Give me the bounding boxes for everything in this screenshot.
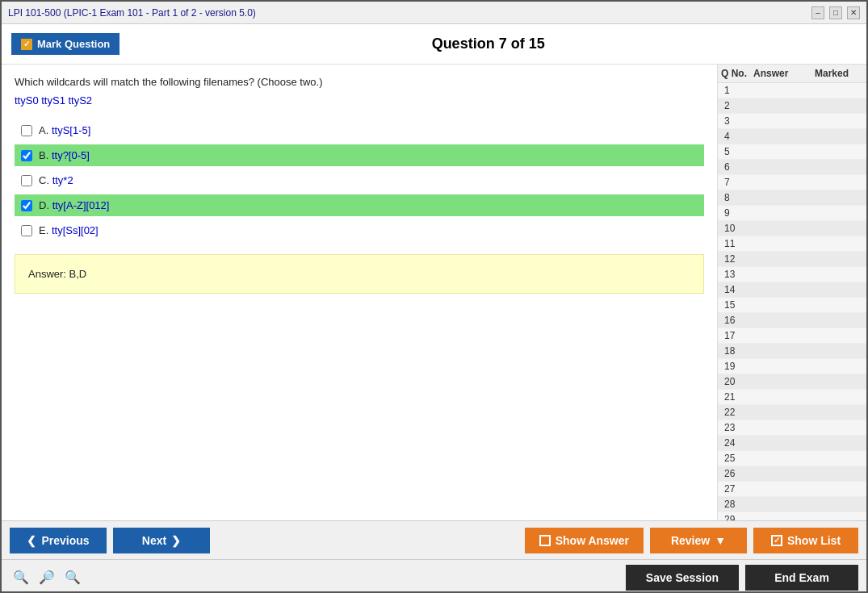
sidebar-answer-9 [753,207,815,219]
answer-option-e[interactable]: E. tty[Ss][02] [15,219,704,241]
sidebar-row-23[interactable]: 23 [718,420,866,436]
sidebar-row-10[interactable]: 10 [718,221,866,236]
sidebar-marked-8 [815,192,863,203]
mark-question-button[interactable]: ✓ Mark Question [11,33,120,55]
answer-text: Answer: B,D [28,268,86,280]
sidebar-qnum-28: 28 [721,499,753,510]
sidebar-row-8[interactable]: 8 [718,190,866,206]
sidebar-row-24[interactable]: 24 [718,436,866,451]
sidebar-qnum-6: 6 [721,161,753,173]
option-checkbox-4[interactable] [21,225,32,236]
prev-label: Previous [41,534,89,547]
sidebar-row-11[interactable]: 11 [718,236,866,252]
sidebar-row-29[interactable]: 29 [718,512,866,520]
save-session-button[interactable]: Save Session [626,565,739,591]
sidebar-answer-2 [753,100,815,111]
sidebar-answer-8 [753,192,815,203]
sidebar-row-2[interactable]: 2 [718,98,866,114]
sidebar-row-7[interactable]: 7 [718,175,866,190]
close-button[interactable]: ✕ [847,6,860,19]
answer-option-a[interactable]: A. ttyS[1-5] [15,119,704,141]
sidebar-answer-28 [753,499,815,510]
sidebar-qno-header: Q No. [721,68,753,79]
sidebar-row-3[interactable]: 3 [718,114,866,129]
sidebar-qnum-11: 11 [721,238,753,249]
sidebar-marked-18 [815,345,863,357]
sidebar-answer-27 [753,483,815,495]
review-button[interactable]: Review ▼ [650,528,747,553]
zoom-in-button[interactable]: 🔍 [61,568,84,587]
sidebar-marked-27 [815,483,863,495]
sidebar-row-21[interactable]: 21 [718,390,866,405]
sidebar-row-20[interactable]: 20 [718,374,866,390]
sidebar-qnum-5: 5 [721,146,753,157]
sidebar-marked-4 [815,131,863,142]
option-checkbox-0[interactable] [21,125,32,136]
sidebar-row-14[interactable]: 14 [718,282,866,298]
sidebar-row-28[interactable]: 28 [718,497,866,512]
sidebar-answer-6 [753,161,815,173]
sidebar-marked-19 [815,361,863,372]
maximize-button[interactable]: □ [829,6,842,19]
sidebar-row-18[interactable]: 18 [718,344,866,359]
sidebar-row-19[interactable]: 19 [718,359,866,374]
sidebar-row-4[interactable]: 4 [718,129,866,144]
sidebar-marked-29 [815,514,863,520]
option-text-1: B. tty?[0-5] [39,149,90,161]
sidebar-row-17[interactable]: 17 [718,328,866,344]
sidebar-row-27[interactable]: 27 [718,482,866,497]
sidebar-answer-14 [753,284,815,295]
sidebar-qnum-7: 7 [721,177,753,188]
sidebar-answer-26 [753,468,815,479]
sidebar-answer-22 [753,407,815,418]
answer-option-d[interactable]: D. tty[A-Z][012] [15,194,704,216]
sidebar-row-1[interactable]: 1 [718,83,866,98]
sidebar-marked-26 [815,468,863,479]
sidebar-marked-17 [815,330,863,341]
sidebar-marked-14 [815,284,863,295]
sidebar-row-25[interactable]: 25 [718,451,866,466]
sidebar-answer-7 [753,177,815,188]
end-exam-button[interactable]: End Exam [745,565,858,591]
sidebar-row-15[interactable]: 15 [718,298,866,313]
sidebar-marked-9 [815,207,863,219]
sidebar-qnum-4: 4 [721,131,753,142]
sidebar-row-16[interactable]: 16 [718,313,866,328]
sidebar-marked-16 [815,315,863,326]
sidebar-qnum-26: 26 [721,468,753,479]
next-button[interactable]: Next ❯ [113,528,210,553]
mark-checkbox-icon: ✓ [21,39,32,50]
sidebar-marked-25 [815,453,863,464]
sidebar-answer-20 [753,376,815,387]
review-label: Review [671,534,710,547]
sidebar-marked-7 [815,177,863,188]
sidebar-row-6[interactable]: 6 [718,160,866,175]
answer-option-b[interactable]: B. tty?[0-5] [15,144,704,166]
option-checkbox-2[interactable] [21,175,32,186]
sidebar-row-13[interactable]: 13 [718,267,866,282]
minimize-button[interactable]: – [811,6,824,19]
show-list-button[interactable]: ✓ Show List [753,528,858,553]
show-answer-button[interactable]: Show Answer [525,528,644,553]
bottom-nav: ❮ Previous Next ❯ Show Answer Review ▼ ✓… [2,520,866,559]
answer-option-c[interactable]: C. tty*2 [15,169,704,191]
sidebar-answer-19 [753,361,815,372]
sidebar-row-9[interactable]: 9 [718,206,866,221]
option-checkbox-3[interactable] [21,200,32,211]
zoom-out-button[interactable]: 🔍 [10,568,32,587]
previous-button[interactable]: ❮ Previous [10,528,107,553]
zoom-fit-button[interactable]: 🔎 [36,568,58,587]
sidebar[interactable]: Q No. Answer Marked 12345678910111213141… [717,65,866,520]
option-checkbox-1[interactable] [21,150,32,161]
sidebar-row-22[interactable]: 22 [718,405,866,420]
sidebar-answer-5 [753,146,815,157]
sidebar-row-12[interactable]: 12 [718,252,866,267]
option-text-2: C. tty*2 [39,174,73,186]
sidebar-answer-1 [753,85,815,96]
sidebar-answer-15 [753,299,815,311]
sidebar-qnum-13: 13 [721,269,753,280]
sidebar-row-26[interactable]: 26 [718,466,866,482]
sidebar-header: Q No. Answer Marked [718,65,866,83]
show-list-icon: ✓ [771,535,782,546]
sidebar-row-5[interactable]: 5 [718,144,866,160]
